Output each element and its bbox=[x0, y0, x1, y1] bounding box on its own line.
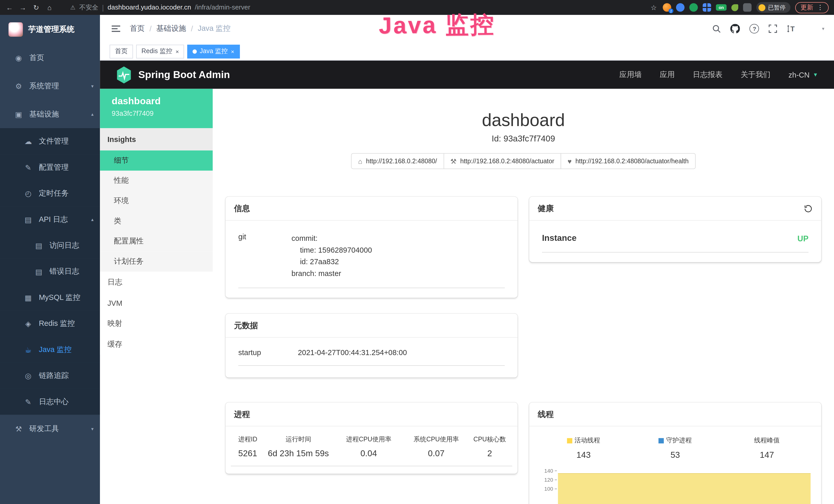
threads-legend: 活动线程 143 守护进程 53 线程峰值 bbox=[538, 436, 813, 460]
sba-item-jvm[interactable]: JVM bbox=[100, 293, 213, 313]
page-title: dashboard bbox=[225, 110, 821, 131]
github-icon[interactable] bbox=[730, 24, 740, 33]
extension-check-icon[interactable] bbox=[689, 3, 698, 12]
close-icon[interactable]: × bbox=[231, 48, 234, 54]
dashboard-icon: ◉ bbox=[14, 53, 23, 62]
sidebar-item-java-monitor[interactable]: ☕ Java 监控 bbox=[0, 337, 100, 363]
sba-item-caches[interactable]: 缓存 bbox=[100, 334, 213, 354]
avatar-image bbox=[806, 22, 820, 36]
font-size-icon[interactable]: T bbox=[787, 24, 796, 33]
sidebar-toggle-icon[interactable] bbox=[110, 23, 123, 34]
sidebar-item-config-mgmt[interactable]: ✎ 配置管理 bbox=[0, 154, 100, 180]
back-icon[interactable]: ← bbox=[5, 3, 14, 11]
bookmark-star-icon[interactable]: ☆ bbox=[649, 3, 658, 11]
breadcrumb-home[interactable]: 首页 bbox=[130, 24, 145, 33]
sba-item-config-props[interactable]: 配置属性 bbox=[100, 231, 213, 252]
tab-home[interactable]: 首页 bbox=[110, 44, 133, 58]
paused-extension-badge[interactable]: 已暂停 bbox=[756, 2, 791, 13]
sidebar-item-file-mgmt[interactable]: ☁ 文件管理 bbox=[0, 128, 100, 154]
instance-id: 93a3fc7f7409 bbox=[112, 110, 201, 118]
sba-item-environment[interactable]: 环境 bbox=[100, 191, 213, 211]
forward-icon[interactable]: → bbox=[19, 3, 27, 11]
sidebar-item-access-logs[interactable]: ▤ 访问日志 bbox=[0, 232, 100, 258]
sidebar-item-api-logs[interactable]: ▤ API 日志 ▴ bbox=[0, 206, 100, 232]
search-icon[interactable] bbox=[712, 24, 721, 33]
sidebar-item-scheduled-jobs[interactable]: ◴ 定时任务 bbox=[0, 180, 100, 206]
extension-puzzle-icon[interactable] bbox=[743, 3, 751, 12]
address-bar[interactable]: ⚠ 不安全 | dashboard.yudao.iocoder.cn/infra… bbox=[70, 3, 644, 12]
reload-icon[interactable]: ↻ bbox=[32, 3, 40, 11]
sba-item-details[interactable]: 细节 bbox=[100, 151, 213, 171]
tab-redis-monitor[interactable]: Redis 监控 × bbox=[136, 44, 184, 58]
wrench-icon: ⚒ bbox=[450, 157, 456, 165]
logo-image bbox=[8, 22, 23, 37]
service-url-link[interactable]: ⌂ http://192.168.0.2:48080/ bbox=[351, 153, 444, 169]
page-subtitle: Id: 93a3fc7f7409 bbox=[225, 134, 821, 143]
process-table: 进程ID5261 运行时间6d 23h 15m 59s 进程CPU使用率0.04… bbox=[231, 435, 512, 466]
sidebar-item-log-center[interactable]: ✎ 日志中心 bbox=[0, 389, 100, 415]
threads-chart-yaxis: 140 120 100 bbox=[538, 466, 557, 504]
fullscreen-icon[interactable] bbox=[769, 24, 777, 33]
extension-fire-icon[interactable]: 1 bbox=[663, 3, 671, 12]
chevron-up-icon: ▴ bbox=[91, 217, 93, 222]
tags-view: 首页 Redis 监控 × Java 监控 × bbox=[100, 43, 834, 61]
sba-item-logs[interactable]: 日志 bbox=[100, 272, 213, 293]
sba-item-scheduled-tasks[interactable]: 计划任务 bbox=[100, 251, 213, 272]
extension-grid-icon[interactable] bbox=[703, 3, 711, 12]
security-label: 不安全 bbox=[79, 3, 98, 12]
sidebar-item-home[interactable]: ◉ 首页 bbox=[0, 44, 100, 72]
chevron-down-icon: ▾ bbox=[91, 426, 93, 432]
sidebar-item-tracing[interactable]: ◎ 链路追踪 bbox=[0, 363, 100, 388]
active-threads-area bbox=[558, 473, 811, 504]
extension-leaf-icon[interactable] bbox=[731, 4, 738, 11]
tab-java-monitor[interactable]: Java 监控 × bbox=[188, 44, 240, 58]
threads-chart-plot bbox=[557, 466, 813, 504]
help-icon[interactable]: ? bbox=[750, 24, 759, 33]
sidebar-item-system-mgmt[interactable]: ⚙ 系统管理 ▾ bbox=[0, 72, 100, 100]
svg-text:T: T bbox=[791, 25, 795, 33]
instance-links: ⌂ http://192.168.0.2:48080/ ⚒ http://192… bbox=[225, 153, 821, 169]
sidebar-item-error-logs[interactable]: ▤ 错误日志 bbox=[0, 258, 100, 284]
threads-card: 线程 活动线程 143 守护进程 bbox=[529, 403, 821, 504]
chevron-up-icon: ▴ bbox=[91, 111, 93, 117]
sidebar-item-mysql-monitor[interactable]: ▦ MySQL 监控 bbox=[0, 284, 100, 311]
address-divider: | bbox=[102, 3, 104, 11]
java-icon: ☕ bbox=[23, 345, 33, 354]
history-icon[interactable] bbox=[804, 204, 813, 213]
close-icon[interactable]: × bbox=[175, 48, 179, 54]
sba-item-mappings[interactable]: 映射 bbox=[100, 313, 213, 334]
metadata-row: startup 2021-04-27T00:44:31.254+08:00 bbox=[238, 348, 505, 366]
nav-applications[interactable]: 应用 bbox=[660, 70, 675, 79]
monitor-icon: ▣ bbox=[14, 110, 23, 118]
browser-home-icon[interactable]: ⌂ bbox=[45, 3, 54, 11]
breadcrumb: 首页 / 基础设施 / Java 监控 bbox=[130, 24, 231, 33]
user-avatar[interactable]: ▾ bbox=[806, 22, 825, 36]
sba-brand[interactable]: Spring Boot Admin bbox=[116, 66, 230, 84]
nav-journal[interactable]: 日志报表 bbox=[693, 70, 723, 79]
database-icon: ▦ bbox=[23, 293, 33, 302]
sba-item-metrics[interactable]: 性能 bbox=[100, 171, 213, 191]
log-icon: ▤ bbox=[34, 241, 44, 250]
browser-menu-icon[interactable]: ⋮ bbox=[817, 4, 824, 11]
extension-switch-on-icon[interactable]: on bbox=[716, 4, 726, 11]
sidebar-item-dev-tools[interactable]: ⚒ 研发工具 ▾ bbox=[0, 415, 100, 443]
sidebar-item-infrastructure[interactable]: ▣ 基础设施 ▴ bbox=[0, 100, 100, 128]
browser-update-button[interactable]: 更新 ⋮ bbox=[795, 2, 829, 13]
nav-wallboard[interactable]: 应用墙 bbox=[619, 70, 642, 79]
health-url-link[interactable]: ♥ http://192.168.0.2:48080/actuator/heal… bbox=[561, 153, 696, 169]
url-path: /infra/admin-server bbox=[195, 4, 250, 11]
app-logo[interactable]: 芋道管理系统 bbox=[0, 15, 100, 44]
locale-selector[interactable]: zh-CN ▼ bbox=[789, 70, 818, 79]
sba-logo-icon bbox=[116, 66, 132, 84]
home-icon: ⌂ bbox=[358, 157, 362, 165]
info-card: 信息 git commit: time: 1596289704000 id: 2… bbox=[225, 197, 518, 298]
sidebar-item-redis-monitor[interactable]: ◈ Redis 监控 bbox=[0, 311, 100, 336]
instance-block[interactable]: dashboard 93a3fc7f7409 bbox=[100, 89, 213, 128]
paused-label: 已暂停 bbox=[768, 3, 786, 11]
card-title: 信息 bbox=[234, 203, 250, 213]
sba-item-classes[interactable]: 类 bbox=[100, 211, 213, 231]
nav-about[interactable]: 关于我们 bbox=[741, 70, 770, 79]
extension-drop-icon[interactable] bbox=[676, 3, 684, 12]
breadcrumb-infrastructure[interactable]: 基础设施 bbox=[156, 24, 186, 33]
actuator-url-link[interactable]: ⚒ http://192.168.0.2:48080/actuator bbox=[443, 153, 561, 169]
